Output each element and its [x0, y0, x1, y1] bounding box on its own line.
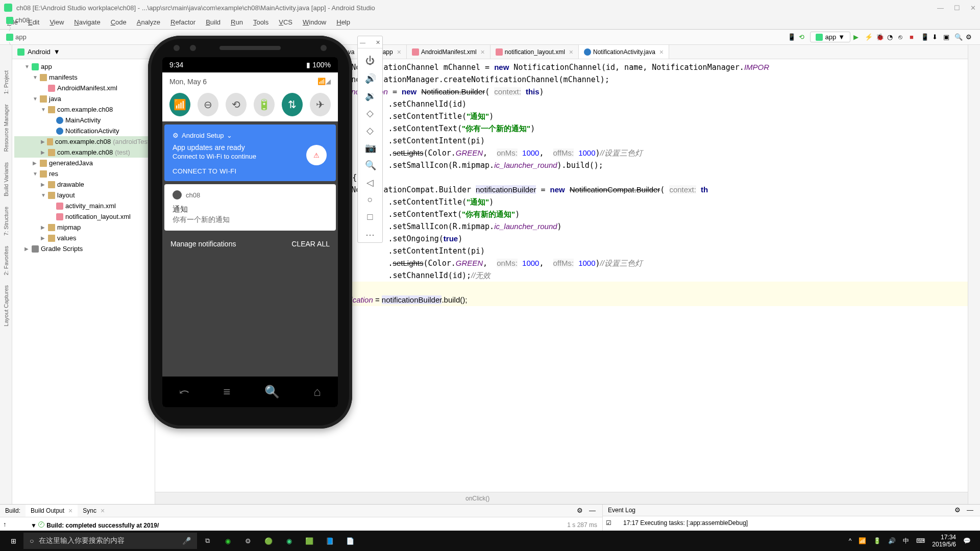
zoom-icon[interactable]: 🔍: [365, 160, 375, 170]
sync-icon[interactable]: ⟲: [799, 33, 807, 41]
project-panel-header[interactable]: Android ▼: [12, 45, 155, 59]
tab-NotificationActivity-java[interactable]: NotificationActivity.java×: [579, 45, 669, 59]
menu-analyze[interactable]: Analyze: [132, 16, 165, 28]
gutter-2-favorites[interactable]: 2: Favorites: [2, 241, 10, 280]
chevron-down-icon[interactable]: ⌄: [227, 132, 232, 139]
menu-tools[interactable]: Tools: [248, 16, 274, 28]
wifi-icon[interactable]: 📶: [859, 537, 866, 544]
notepad-icon[interactable]: 📄: [340, 531, 360, 551]
notification-ch08[interactable]: ch08 通知 你有一个新的通知: [164, 184, 336, 231]
back-button[interactable]: ⤺: [179, 385, 189, 399]
tree-values[interactable]: ▶values: [14, 233, 155, 243]
tree-app[interactable]: ▼app: [14, 61, 155, 72]
tree-NotificationActivity[interactable]: NotificationActivity: [14, 126, 155, 136]
keyboard-icon[interactable]: ⌨: [916, 537, 925, 544]
debug-icon[interactable]: 🐞: [876, 33, 884, 41]
volume-icon[interactable]: 🔊: [888, 537, 896, 544]
attach-debugger-icon[interactable]: ⎋: [898, 33, 906, 41]
gutter-7-structure[interactable]: 7: Structure: [2, 202, 10, 241]
run-config-select[interactable]: app ▼: [810, 32, 850, 42]
back-icon[interactable]: ◁: [365, 177, 375, 187]
tree-com-example-ch08[interactable]: ▶com.example.ch08 (androidTest): [14, 136, 155, 147]
settings-app-icon[interactable]: ⚙: [238, 531, 258, 551]
gutter-1-project[interactable]: 1: Project: [2, 65, 10, 99]
tree-manifests[interactable]: ▼manifests: [14, 72, 155, 83]
phone-screen[interactable]: 9:34 ▮100% Mon, May 6 📶◢ 📶 ⊖ ⟲ 🔋 ⇅ ✈ ⚙An…: [162, 57, 338, 407]
run-icon[interactable]: ▶: [853, 33, 862, 41]
tree-java[interactable]: ▼java: [14, 93, 155, 104]
tree-generatedJava[interactable]: ▶generatedJava: [14, 158, 155, 168]
volume-down-icon[interactable]: 🔉: [365, 90, 375, 101]
menu-run[interactable]: Run: [226, 16, 248, 28]
connect-wifi-action[interactable]: CONNECT TO WI-FI: [173, 167, 328, 175]
system-tray[interactable]: ^ 📶 🔋 🔊 中 ⌨ 17:342019/5/6 💬: [849, 534, 977, 548]
settings-icon[interactable]: ⚙: [966, 33, 974, 41]
emulator-window[interactable]: 9:34 ▮100% Mon, May 6 📶◢ 📶 ⊖ ⟲ 🔋 ⇅ ✈ ⚙An…: [148, 36, 352, 429]
overview-icon[interactable]: □: [365, 212, 375, 222]
menu-navigate[interactable]: Navigate: [69, 16, 105, 28]
rotate-left-icon[interactable]: ◇: [365, 108, 375, 118]
battery-icon[interactable]: 🔋: [873, 537, 881, 544]
avd-manager-icon[interactable]: 📱: [921, 33, 929, 41]
home-button[interactable]: ⌂: [313, 385, 321, 399]
mic-icon[interactable]: 🎤: [182, 537, 191, 545]
home-icon[interactable]: ○: [365, 194, 375, 205]
tray-up-icon[interactable]: ^: [849, 537, 852, 544]
window-controls[interactable]: — ☐ ✕: [937, 4, 976, 12]
ime-icon[interactable]: 中: [903, 537, 909, 545]
menu-button[interactable]: ≡: [224, 385, 231, 399]
menu-build[interactable]: Build: [201, 16, 226, 28]
event-settings-icon[interactable]: ⚙: [954, 506, 963, 514]
event-hide-icon[interactable]: —: [967, 506, 975, 514]
data-toggle[interactable]: ⇅: [282, 93, 303, 116]
up-icon[interactable]: ↑: [3, 520, 9, 528]
code-breadcrumb[interactable]: onClick(): [155, 492, 968, 504]
xshell-icon[interactable]: 🟩: [299, 531, 320, 551]
tree-AndroidManifest-xml[interactable]: AndroidManifest.xml: [14, 83, 155, 93]
tree-activity_main-xml[interactable]: activity_main.xml: [14, 201, 155, 211]
clear-all[interactable]: CLEAR ALL: [291, 240, 330, 248]
tab-notification_layout-xml[interactable]: notification_layout.xml×: [491, 45, 579, 59]
stop-icon[interactable]: ■: [910, 33, 918, 41]
app-icon[interactable]: 📘: [320, 531, 340, 551]
close-icon[interactable]: ✕: [970, 4, 976, 12]
emu-close-icon[interactable]: ✕: [376, 39, 380, 46]
chrome-icon[interactable]: 🟢: [258, 531, 279, 551]
layout-inspector-icon[interactable]: ▣: [943, 33, 951, 41]
airplane-toggle[interactable]: ✈: [310, 93, 331, 116]
gutter-resource-manager[interactable]: Resource Manager: [2, 99, 10, 157]
tree-notification_layout-xml[interactable]: notification_layout.xml: [14, 211, 155, 222]
build-hide-icon[interactable]: —: [589, 507, 597, 515]
emu-minimize-icon[interactable]: —: [360, 39, 365, 46]
menu-window[interactable]: Window: [298, 16, 331, 28]
device-icon[interactable]: 📱: [788, 33, 796, 41]
maximize-icon[interactable]: ☐: [954, 4, 960, 12]
minimize-icon[interactable]: —: [937, 4, 944, 12]
rotate-toggle[interactable]: ⟲: [226, 93, 247, 116]
more-icon[interactable]: ⋯: [365, 229, 375, 239]
notifications-icon[interactable]: 💬: [963, 537, 971, 544]
project-tree[interactable]: ▼app▼manifestsAndroidManifest.xml▼java▼c…: [12, 59, 155, 256]
start-button[interactable]: ⊞: [3, 531, 23, 551]
check-icon[interactable]: ☑: [606, 519, 612, 527]
tree-com-example-ch08[interactable]: ▶com.example.ch08 (test): [14, 147, 155, 158]
build-line[interactable]: ▼ Build: completed successfully at 2019/…: [31, 520, 597, 530]
gutter-layout-captures[interactable]: Layout Captures: [2, 280, 10, 332]
sync-tab[interactable]: Sync×: [78, 505, 110, 517]
menu-help[interactable]: Help: [331, 16, 355, 28]
crumb-ch08[interactable]: ch08: [6, 16, 50, 24]
taskbar-search[interactable]: ○ 在这里输入你要搜索的内容 🎤: [23, 533, 197, 549]
battery-toggle[interactable]: 🔋: [254, 93, 275, 116]
tree-layout[interactable]: ▼layout: [14, 190, 155, 201]
volume-up-icon[interactable]: 🔊: [365, 73, 375, 83]
power-icon[interactable]: ⏻: [365, 56, 375, 66]
rotate-right-icon[interactable]: ◇: [365, 125, 375, 135]
tree-MainActivity[interactable]: MainActivity: [14, 115, 155, 126]
gutter-build-variants[interactable]: Build Variants: [2, 157, 10, 202]
menu-vcs[interactable]: VCS: [274, 16, 298, 28]
tree-mipmap[interactable]: ▶mipmap: [14, 222, 155, 233]
menu-code[interactable]: Code: [106, 16, 132, 28]
tray-clock[interactable]: 17:342019/5/6: [932, 534, 956, 548]
notification-android-setup[interactable]: ⚙Android Setup ⌄ App updates are ready C…: [164, 124, 336, 181]
dnd-toggle[interactable]: ⊖: [198, 93, 218, 116]
